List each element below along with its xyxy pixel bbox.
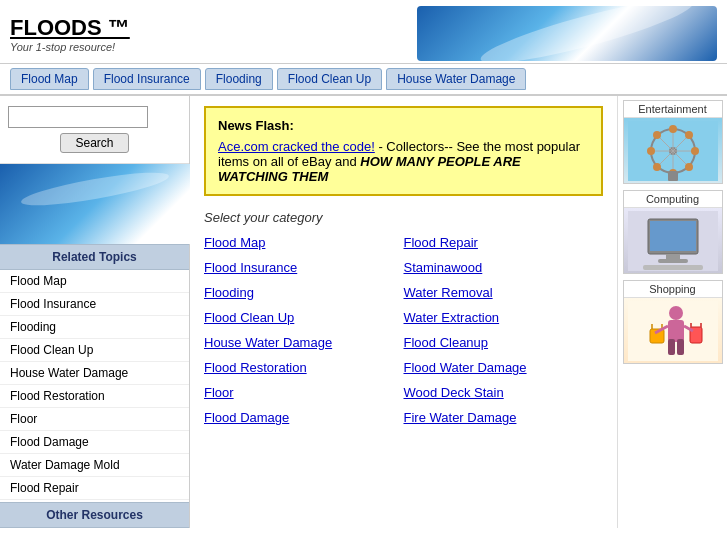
svg-rect-20 — [658, 259, 688, 263]
svg-rect-18 — [650, 221, 696, 251]
category-link[interactable]: House Water Damage — [204, 335, 404, 350]
related-topic-item[interactable]: Flood Clean Up — [0, 339, 189, 362]
nav-tab-flood-insurance[interactable]: Flood Insurance — [93, 68, 201, 90]
category-link[interactable]: Flood Map — [204, 235, 404, 250]
related-topic-item[interactable]: Flood Insurance — [0, 293, 189, 316]
category-link[interactable]: Flood Insurance — [204, 260, 404, 275]
ad-box-entertainment[interactable]: Entertainment — [623, 100, 723, 184]
main-layout: Search Related Topics Flood MapFlood Ins… — [0, 96, 727, 528]
category-link[interactable]: Flood Damage — [204, 410, 404, 425]
category-link[interactable]: Floor — [204, 385, 404, 400]
category-link[interactable]: Flood Water Damage — [404, 360, 604, 375]
svg-point-14 — [685, 163, 693, 171]
header: FLOODS ™ Your 1-stop resource! — [0, 0, 727, 64]
svg-rect-25 — [668, 339, 675, 355]
related-topic-item[interactable]: Flooding — [0, 316, 189, 339]
nav-tab-flood-map[interactable]: Flood Map — [10, 68, 89, 90]
svg-point-10 — [691, 147, 699, 155]
nav-tab-flood-clean-up[interactable]: Flood Clean Up — [277, 68, 382, 90]
related-topic-item[interactable]: Flood Repair — [0, 477, 189, 500]
search-button[interactable]: Search — [60, 133, 128, 153]
search-box-area: Search — [0, 96, 189, 164]
ad-title: Entertainment — [624, 101, 722, 118]
ad-title: Shopping — [624, 281, 722, 298]
nav-tab-flooding[interactable]: Flooding — [205, 68, 273, 90]
category-link[interactable]: Wood Deck Stain — [404, 385, 604, 400]
category-link[interactable]: Flood Restoration — [204, 360, 404, 375]
svg-point-23 — [669, 306, 683, 320]
category-link[interactable]: Staminawood — [404, 260, 604, 275]
related-topic-item[interactable]: Flood Map — [0, 270, 189, 293]
category-link[interactable]: Flood Clean Up — [204, 310, 404, 325]
other-resources-header: Other Resources — [0, 502, 189, 528]
related-topic-item[interactable]: House Water Damage — [0, 362, 189, 385]
header-graphic — [417, 6, 717, 61]
category-column-1: Flood MapFlood InsuranceFloodingFlood Cl… — [204, 235, 404, 435]
related-topic-item[interactable]: Water Damage Mold — [0, 454, 189, 477]
ad-image-computing — [624, 208, 722, 273]
content-area: News Flash: Ace.com cracked the code! - … — [190, 96, 617, 528]
category-link[interactable]: Water Extraction — [404, 310, 604, 325]
right-sidebar: Entertainment Computing — [617, 96, 727, 528]
sidebar: Search Related Topics Flood MapFlood Ins… — [0, 96, 190, 528]
related-topics-header: Related Topics — [0, 244, 189, 270]
ad-title: Computing — [624, 191, 722, 208]
related-topics-list: Flood MapFlood InsuranceFloodingFlood Cl… — [0, 270, 189, 500]
nav-tab-house-water-damage[interactable]: House Water Damage — [386, 68, 526, 90]
news-flash-body: Ace.com cracked the code! - Collectors--… — [218, 139, 589, 184]
category-columns: Flood MapFlood InsuranceFloodingFlood Cl… — [204, 235, 603, 435]
svg-point-7 — [669, 125, 677, 133]
ad-box-computing[interactable]: Computing — [623, 190, 723, 274]
category-link[interactable]: Water Removal — [404, 285, 604, 300]
category-column-2: Flood RepairStaminawoodWater RemovalWate… — [404, 235, 604, 435]
related-topic-item[interactable]: Flood Restoration — [0, 385, 189, 408]
svg-point-11 — [653, 131, 661, 139]
site-logo: FLOODS ™ — [10, 15, 417, 41]
site-tagline: Your 1-stop resource! — [10, 41, 417, 53]
svg-point-12 — [685, 131, 693, 139]
related-topic-item[interactable]: Floor — [0, 408, 189, 431]
category-link[interactable]: Flood Repair — [404, 235, 604, 250]
category-link[interactable]: Flood Cleanup — [404, 335, 604, 350]
svg-rect-26 — [677, 339, 684, 355]
news-flash-link[interactable]: Ace.com cracked the code! — [218, 139, 375, 154]
category-link[interactable]: Fire Water Damage — [404, 410, 604, 425]
ad-box-shopping[interactable]: Shopping — [623, 280, 723, 364]
select-category-label: Select your category — [204, 210, 603, 225]
news-flash-title: News Flash: — [218, 118, 589, 133]
svg-rect-15 — [668, 171, 678, 181]
search-input[interactable] — [8, 106, 148, 128]
sidebar-image — [0, 164, 190, 244]
related-topic-item[interactable]: Flood Damage — [0, 431, 189, 454]
navbar: Flood MapFlood InsuranceFloodingFlood Cl… — [0, 64, 727, 96]
ad-image-entertainment — [624, 118, 722, 183]
svg-rect-19 — [666, 254, 680, 259]
category-link[interactable]: Flooding — [204, 285, 404, 300]
svg-rect-24 — [668, 320, 684, 342]
ad-image-shopping — [624, 298, 722, 363]
news-flash-box: News Flash: Ace.com cracked the code! - … — [204, 106, 603, 196]
svg-point-9 — [647, 147, 655, 155]
svg-rect-21 — [643, 265, 703, 270]
header-left: FLOODS ™ Your 1-stop resource! — [10, 15, 417, 53]
svg-point-13 — [653, 163, 661, 171]
